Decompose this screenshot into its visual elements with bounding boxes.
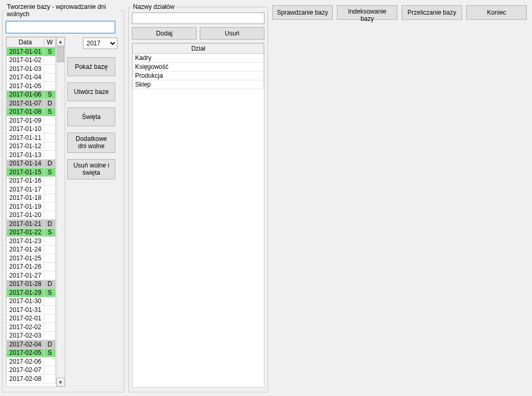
table-row[interactable]: 2017-01-11 [7,134,56,142]
table-row[interactable]: 2017-01-03 [7,65,56,74]
table-row[interactable]: 2017-01-24 [7,245,56,254]
w-cell[interactable] [44,116,56,125]
table-row[interactable]: 2017-01-10 [7,125,56,134]
w-cell[interactable] [44,375,56,383]
table-row[interactable]: Produkcja [133,71,264,80]
date-cell[interactable]: 2017-02-06 [7,357,44,366]
table-row[interactable]: 2017-01-01S [7,47,56,56]
table-row[interactable]: 2017-02-08 [7,375,56,383]
remove-free-holidays-button[interactable]: Usuń wolne i święta [67,159,115,179]
department-cell[interactable]: Księgowość [133,63,264,71]
w-cell[interactable] [44,211,56,220]
table-row[interactable]: 2017-01-20 [7,211,56,220]
w-cell[interactable]: S [44,90,56,99]
w-cell[interactable] [44,56,56,65]
date-table-header-w[interactable]: W [44,38,56,47]
table-row[interactable]: 2017-01-25 [7,254,56,263]
table-row[interactable]: 2017-01-28D [7,280,56,289]
w-cell[interactable]: S [44,349,56,357]
w-cell[interactable] [44,254,56,263]
department-name-input[interactable] [132,13,264,24]
remove-department-button[interactable]: Usuń [200,27,264,40]
date-cell[interactable]: 2017-01-03 [7,65,44,74]
scroll-up-icon[interactable]: ▲ [56,37,65,46]
table-row[interactable]: 2017-01-31 [7,306,56,315]
table-row[interactable]: 2017-01-14D [7,159,56,168]
table-row[interactable]: 2017-02-06 [7,357,56,366]
table-row[interactable]: 2017-01-29S [7,289,56,297]
date-cell[interactable]: 2017-01-18 [7,194,44,202]
table-row[interactable]: 2017-02-05S [7,349,56,357]
table-row[interactable]: 2017-01-19 [7,202,56,211]
w-cell[interactable] [44,366,56,375]
table-row[interactable]: 2017-02-07 [7,366,56,375]
add-department-button[interactable]: Dodaj [132,27,197,40]
date-cell[interactable]: 2017-01-06 [7,90,44,99]
date-cell[interactable]: 2017-01-11 [7,134,44,142]
check-base-button[interactable]: Sprawdzanie bazy [272,5,333,20]
w-cell[interactable] [44,82,56,91]
table-row[interactable]: 2017-01-13 [7,151,56,160]
table-row[interactable]: 2017-02-03 [7,331,56,340]
date-cell[interactable]: 2017-01-01 [7,47,44,56]
w-cell[interactable] [44,134,56,142]
date-cell[interactable]: 2017-01-16 [7,176,44,185]
w-cell[interactable] [44,176,56,185]
date-cell[interactable]: 2017-01-23 [7,237,44,246]
department-table[interactable]: Dział KadryKsięgowośćProdukcjaSklep [132,43,264,89]
date-cell[interactable]: 2017-02-02 [7,323,44,332]
w-cell[interactable]: S [44,228,56,237]
date-cell[interactable]: 2017-01-30 [7,297,44,306]
date-cell[interactable]: 2017-01-02 [7,56,44,65]
w-cell[interactable]: D [44,280,56,289]
date-cell[interactable]: 2017-01-04 [7,73,44,82]
date-cell[interactable]: 2017-01-08 [7,107,44,116]
date-cell[interactable]: 2017-02-07 [7,366,44,375]
table-row[interactable]: 2017-01-21D [7,220,56,229]
date-cell[interactable]: 2017-01-27 [7,271,44,280]
table-row[interactable]: 2017-01-17 [7,185,56,194]
date-cell[interactable]: 2017-01-29 [7,289,44,297]
date-cell[interactable]: 2017-02-05 [7,349,44,357]
w-cell[interactable] [44,262,56,271]
table-row[interactable]: 2017-02-02 [7,323,56,332]
w-cell[interactable] [44,314,56,323]
date-input[interactable] [6,21,115,33]
table-row[interactable]: 2017-01-12 [7,142,56,151]
table-row[interactable]: 2017-01-30 [7,297,56,306]
table-row[interactable]: 2017-01-02 [7,56,56,65]
date-cell[interactable]: 2017-01-21 [7,220,44,229]
table-row[interactable]: Księgowość [133,63,264,71]
table-row[interactable]: 2017-01-07D [7,99,56,108]
w-cell[interactable] [44,125,56,134]
date-cell[interactable]: 2017-01-10 [7,125,44,134]
w-cell[interactable]: D [44,340,56,349]
date-cell[interactable]: 2017-02-03 [7,331,44,340]
w-cell[interactable] [44,306,56,315]
w-cell[interactable]: D [44,220,56,229]
table-row[interactable]: 2017-01-16 [7,176,56,185]
date-cell[interactable]: 2017-01-22 [7,228,44,237]
department-cell[interactable]: Sklep [133,80,264,89]
table-row[interactable]: 2017-01-05 [7,82,56,91]
date-cell[interactable]: 2017-01-28 [7,280,44,289]
date-cell[interactable]: 2017-01-13 [7,151,44,160]
recalc-base-button[interactable]: Przeliczanie bazy [402,5,462,20]
index-base-button[interactable]: Indeksowanie bazy [337,5,397,20]
table-row[interactable]: 2017-02-01 [7,314,56,323]
w-cell[interactable]: S [44,168,56,177]
date-cell[interactable]: 2017-01-17 [7,185,44,194]
w-cell[interactable] [44,271,56,280]
create-base-button[interactable]: Utwórz baze [67,82,115,101]
date-cell[interactable]: 2017-02-08 [7,375,44,383]
table-row[interactable]: 2017-01-27 [7,271,56,280]
scroll-thumb[interactable] [57,46,64,62]
w-cell[interactable] [44,357,56,366]
year-select[interactable]: 2017 [83,38,117,49]
w-cell[interactable]: D [44,99,56,108]
w-cell[interactable] [44,245,56,254]
scroll-down-icon[interactable]: ▼ [56,378,65,387]
date-cell[interactable]: 2017-01-14 [7,159,44,168]
w-cell[interactable] [44,194,56,202]
date-cell[interactable]: 2017-01-20 [7,211,44,220]
